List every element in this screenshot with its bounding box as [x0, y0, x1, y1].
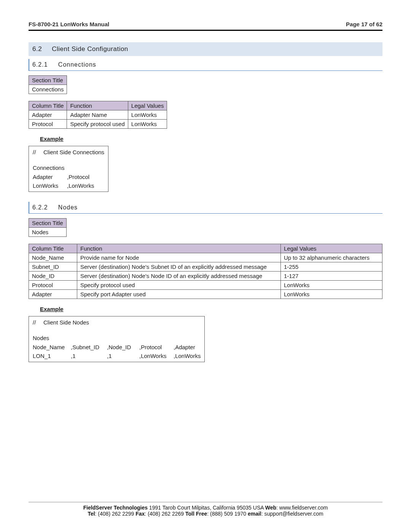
cell: Specify protocol used [77, 281, 281, 290]
cell: Adapter [29, 110, 67, 120]
section-title-label: Section Title [29, 219, 67, 228]
cell: Specify port Adapter used [77, 290, 281, 299]
code-text: ,Adapter [174, 343, 195, 351]
code-text: ,Subnet_ID [71, 343, 107, 351]
table-row: Adapter Specify port Adapter used LonWor… [29, 290, 382, 299]
cell: Server (destination) Node's Subnet ID of… [77, 262, 281, 272]
cell: LonWorks [281, 290, 382, 299]
function-header: Function [67, 101, 128, 110]
legal-values-header: Legal Values [281, 244, 382, 253]
footer-company: FieldServer Technologies [83, 505, 148, 511]
cell: Subnet_ID [29, 262, 77, 272]
col-title-header: Column Title [29, 244, 77, 253]
cell: 1-255 [281, 262, 382, 272]
code-text: ,LonWorks [174, 351, 201, 360]
cell: LonWorks [281, 281, 382, 290]
nodes-section-title-table: Section Title Nodes [29, 218, 67, 237]
footer-tel: : (408) 262 2299 [95, 511, 136, 517]
footer-web: : www.fieldserver.com [276, 505, 328, 511]
example-label: Example [40, 306, 382, 312]
cell: Protocol [29, 281, 77, 290]
cell: Up to 32 alphanumeric characters [281, 253, 382, 262]
table-row: Protocol Specify protocol used LonWorks [29, 120, 167, 129]
section-title-value: Nodes [29, 228, 67, 237]
code-text: Client Side Connections [43, 148, 104, 157]
heading-6-2: 6.2 Client Side Configuration [29, 42, 382, 56]
heading-title: Client Side Configuration [52, 45, 128, 53]
table-row: Subnet_ID Server (destination) Node's Su… [29, 262, 382, 272]
nodes-params-table: Column Title Function Legal Values Node_… [29, 244, 382, 299]
code-text: ,LonWorks [139, 351, 174, 360]
section-title-label: Section Title [29, 76, 67, 85]
code-text: Node_Name [33, 343, 71, 351]
section-title-value: Connections [29, 85, 67, 94]
connections-params-table: Column Title Function Legal Values Adapt… [29, 101, 167, 129]
cell: Server (destination) Node's Node ID of a… [77, 272, 281, 281]
example-label: Example [40, 136, 382, 142]
cell: Adapter Name [67, 110, 128, 120]
code-text: ,Protocol [67, 173, 89, 181]
connections-example-code: // Client Side Connections Connections A… [29, 146, 108, 192]
header-rule [29, 30, 382, 31]
code-text: LON_1 [33, 351, 71, 360]
cell: Protocol [29, 120, 67, 129]
code-text: ,1 [107, 351, 139, 360]
heading-number: 6.2.2 [32, 204, 48, 211]
table-row: Protocol Specify protocol used LonWorks [29, 281, 382, 290]
page: FS-8700-21 LonWorks Manual Page 17 of 62… [0, 0, 411, 532]
code-text: // [33, 148, 43, 157]
connections-section-title-table: Section Title Connections [29, 75, 67, 94]
footer-fax: : (408) 262 2269 [145, 511, 185, 517]
code-text: ,1 [71, 351, 107, 360]
code-text: Client Side Nodes [43, 318, 89, 327]
cell: Provide name for Node [77, 253, 281, 262]
footer-email: : support@fieldserver.com [261, 511, 323, 517]
footer-web-label: Web [265, 505, 276, 511]
legal-values-header: Legal Values [128, 101, 167, 110]
code-text: Nodes [33, 334, 49, 342]
footer-tollfree-label: Toll Free [185, 511, 207, 517]
header-right: Page 17 of 62 [346, 21, 382, 27]
code-text: ,LonWorks [67, 181, 94, 190]
heading-6-2-1: 6.2.1 Connections [29, 59, 382, 71]
footer-address: 1991 Tarob Court Milpitas, California 95… [148, 505, 265, 511]
cell: LonWorks [128, 120, 167, 129]
code-text: ,Node_ID [107, 343, 139, 351]
cell: Specify protocol used [67, 120, 128, 129]
heading-title: Connections [58, 61, 96, 68]
table-row: Node_Name Provide name for Node Up to 32… [29, 253, 382, 262]
heading-number: 6.2 [32, 45, 42, 53]
col-title-header: Column Title [29, 101, 67, 110]
code-text: LonWorks [33, 181, 67, 190]
footer-tollfree: : (888) 509 1970 [207, 511, 248, 517]
code-text: Connections [33, 163, 64, 172]
page-header: FS-8700-21 LonWorks Manual Page 17 of 62 [29, 21, 382, 30]
code-text: // [33, 318, 43, 327]
nodes-example-code: // Client Side Nodes Nodes Node_Name ,Su… [29, 316, 205, 362]
cell: Node_Name [29, 253, 77, 262]
table-row: Node_ID Server (destination) Node's Node… [29, 272, 382, 281]
code-text: ,Protocol [139, 343, 174, 351]
function-header: Function [77, 244, 281, 253]
footer-fax-label: Fax [135, 511, 145, 517]
cell: LonWorks [128, 110, 167, 120]
heading-6-2-2: 6.2.2 Nodes [29, 202, 382, 214]
table-row: Adapter Adapter Name LonWorks [29, 110, 167, 120]
cell: 1-127 [281, 272, 382, 281]
cell: Node_ID [29, 272, 77, 281]
code-text: Adapter [33, 173, 67, 181]
cell: Adapter [29, 290, 77, 299]
page-footer: FieldServer Technologies 1991 Tarob Cour… [29, 502, 382, 517]
heading-number: 6.2.1 [32, 61, 48, 68]
header-left: FS-8700-21 LonWorks Manual [29, 21, 109, 27]
heading-title: Nodes [58, 204, 78, 211]
footer-email-label: email [248, 511, 261, 517]
footer-tel-label: Tel [88, 511, 95, 517]
